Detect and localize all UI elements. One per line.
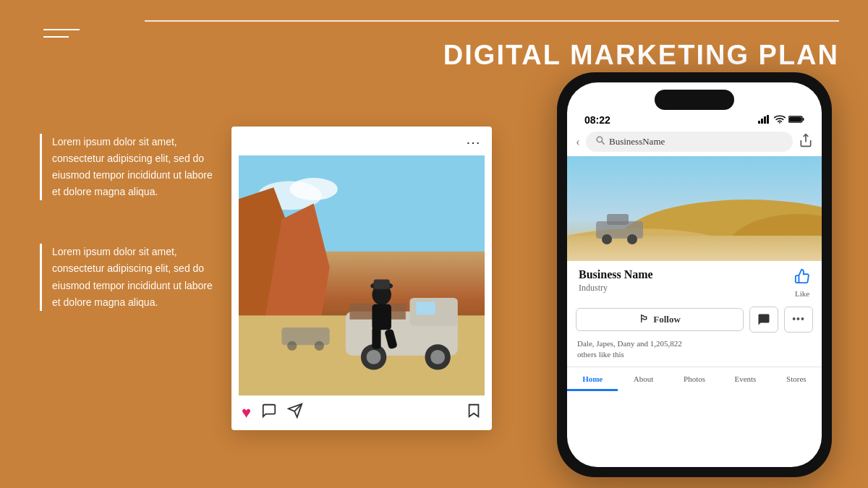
likes-subtext: others like this (577, 350, 624, 359)
svg-rect-29 (767, 115, 769, 124)
thumbs-up-icon (794, 268, 810, 288)
svg-rect-43 (607, 214, 629, 225)
phone-screen: 08:22 ‹ BusinessName (567, 82, 822, 467)
svg-point-30 (779, 122, 780, 124)
phone-mockup: 08:22 ‹ BusinessName (557, 72, 832, 477)
status-icons (758, 114, 804, 126)
likes-names: Dale, Japes, Dany and 1,205,822 (577, 339, 682, 348)
svg-rect-33 (803, 118, 804, 121)
svg-point-13 (430, 350, 445, 364)
left-text-column: Lorem ipsum dolor sit amet, consectetur … (40, 134, 221, 311)
menu-line-2 (43, 36, 69, 38)
fb-nav-stores[interactable]: Stores (771, 367, 822, 391)
svg-point-21 (287, 341, 297, 351)
svg-marker-25 (469, 405, 479, 417)
fb-business-info: Business Name Industry Like (567, 261, 822, 304)
fb-cover-svg (567, 156, 822, 261)
insta-actions-bar: ♥ (231, 395, 492, 430)
fb-follow-button[interactable]: 🏳 Follow (576, 308, 744, 331)
svg-point-22 (315, 341, 324, 351)
fb-message-button[interactable] (749, 307, 778, 333)
like-label: Like (795, 289, 809, 298)
follow-label: Follow (653, 314, 681, 325)
instagram-card: ⋯ (231, 127, 492, 430)
comment-icon[interactable] (261, 403, 277, 423)
dynamic-island (655, 90, 734, 110)
insta-scene-svg (239, 155, 485, 395)
insta-image-bg (239, 155, 485, 395)
fb-action-buttons: 🏳 Follow ••• (567, 304, 822, 338)
fb-nav-photos[interactable]: Photos (669, 367, 720, 391)
menu-line-1 (43, 29, 80, 30)
text-block-1: Lorem ipsum dolor sit amet, consectetur … (40, 134, 221, 200)
insta-header: ⋯ (231, 127, 492, 155)
flag-icon: 🏳 (639, 314, 649, 325)
fb-cover-photo (567, 156, 822, 261)
browser-bar: ‹ BusinessName (567, 127, 822, 156)
svg-rect-19 (374, 280, 390, 289)
browser-url-bar[interactable]: BusinessName (586, 132, 793, 152)
fb-likes-text: Dale, Japes, Dany and 1,205,822 others l… (567, 338, 822, 367)
fb-like-button[interactable]: Like (794, 268, 810, 298)
insta-post-image (239, 155, 485, 395)
svg-point-11 (367, 350, 381, 364)
svg-line-35 (602, 142, 604, 144)
url-text: BusinessName (609, 136, 665, 147)
svg-rect-26 (758, 121, 760, 124)
svg-rect-32 (789, 117, 801, 121)
fb-biz-text-block: Business Name Industry (579, 268, 653, 294)
fb-cover-scene (567, 156, 822, 261)
status-bar: 08:22 (567, 110, 822, 127)
top-divider (145, 20, 839, 22)
svg-point-45 (627, 234, 637, 244)
status-time: 08:22 (584, 114, 610, 126)
fb-nav-about[interactable]: About (618, 367, 668, 391)
text-block-2: Lorem ipsum dolor sit amet, consectetur … (40, 244, 221, 310)
url-search-icon (596, 136, 605, 147)
wifi-icon (774, 114, 786, 126)
bookmark-icon[interactable] (466, 403, 482, 423)
svg-rect-8 (416, 302, 435, 315)
signal-icon (758, 115, 771, 126)
browser-back-button[interactable]: ‹ (576, 134, 580, 150)
fb-nav-home[interactable]: Home (567, 367, 618, 391)
svg-rect-28 (764, 116, 766, 124)
fb-nav-events[interactable]: Events (720, 367, 770, 391)
fb-business-name: Business Name (579, 268, 653, 281)
insta-more-icon[interactable]: ⋯ (466, 134, 482, 151)
more-dots-icon: ••• (792, 314, 805, 325)
svg-point-44 (602, 234, 612, 244)
page-title: DIGITAL MARKETING PLAN (443, 40, 839, 71)
battery-icon (788, 115, 804, 125)
heart-icon[interactable]: ♥ (242, 403, 251, 422)
svg-rect-15 (372, 304, 391, 330)
fb-business-industry: Industry (579, 283, 653, 294)
send-icon[interactable] (287, 403, 303, 423)
hamburger-menu[interactable] (43, 29, 80, 38)
fb-more-button[interactable]: ••• (784, 307, 813, 333)
svg-rect-27 (761, 119, 763, 124)
browser-share-button[interactable] (799, 133, 813, 151)
svg-rect-16 (372, 327, 380, 349)
svg-point-2 (289, 178, 337, 200)
fb-navigation: Home About Photos Events Stores (567, 367, 822, 391)
